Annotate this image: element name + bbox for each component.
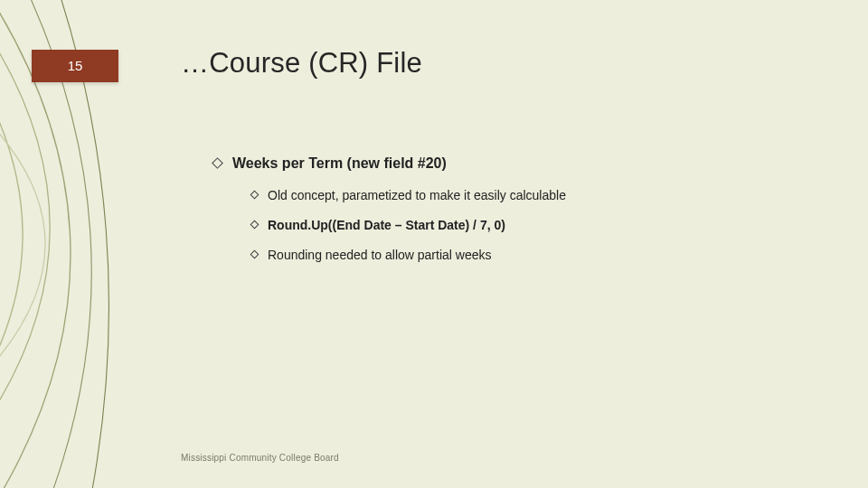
bullet-item-text: Round.Up((End Date – Start Date) / 7, 0) [268,218,505,232]
footer-text: Mississippi Community College Board [181,453,339,463]
content-block: Weeks per Term (new field #20) Old conce… [213,155,814,277]
bullet-item-text: Old concept, parametized to make it easi… [268,188,566,202]
bullet-level2: Round.Up((End Date – Start Date) / 7, 0) [251,218,814,232]
slide-number-tab: 15 [32,50,118,82]
bullet-level2: Rounding needed to allow partial weeks [251,248,814,262]
bullet-item-text: Rounding needed to allow partial weeks [268,248,492,262]
page-title: …Course (CR) File [181,47,422,80]
bullet-level1: Weeks per Term (new field #20) [213,155,814,172]
diamond-bullet-icon [250,221,259,230]
diamond-bullet-icon [250,191,259,200]
diamond-bullet-icon [250,250,259,259]
bullet-level2: Old concept, parametized to make it easi… [251,188,814,202]
slide-number: 15 [68,58,83,73]
bullet-heading: Weeks per Term (new field #20) [232,155,447,172]
diamond-bullet-icon [212,157,223,169]
